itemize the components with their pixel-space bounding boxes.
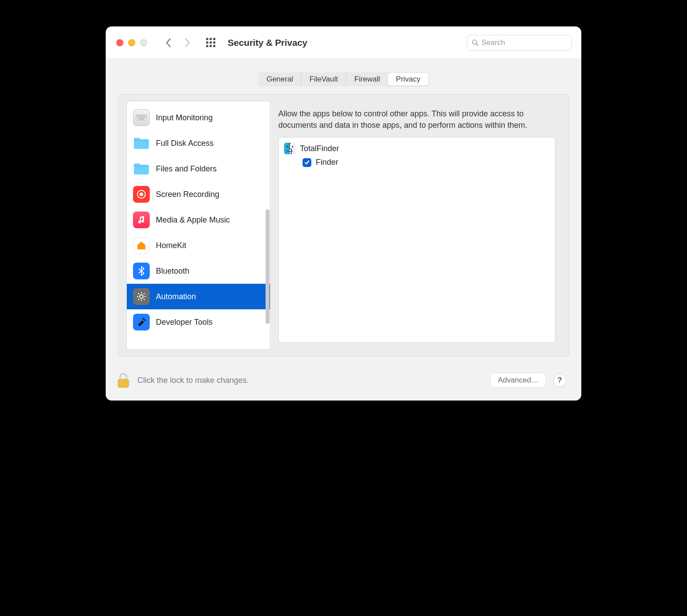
svg-rect-9	[142, 115, 143, 116]
window-title: Security & Privacy	[228, 37, 307, 48]
tab-firewall[interactable]: Firewall	[347, 73, 388, 85]
sidebar-item-accessibility[interactable]: Accessibility	[127, 101, 270, 105]
tab-general[interactable]: General	[259, 73, 301, 85]
app-name: TotalFinder	[300, 144, 339, 153]
svg-rect-8	[141, 115, 142, 116]
privacy-panel: Accessibility Input Monitoring	[118, 94, 569, 356]
svg-point-22	[140, 295, 143, 298]
search-input[interactable]	[481, 38, 567, 47]
svg-line-28	[144, 299, 144, 300]
tab-privacy[interactable]: Privacy	[388, 73, 428, 85]
bluetooth-icon	[133, 263, 150, 279]
advanced-button[interactable]: Advanced…	[490, 373, 546, 388]
folder-icon	[133, 135, 150, 152]
app-permission-list: TotalFinder Finder	[278, 137, 555, 343]
sidebar-item-files-and-folders[interactable]: Files and Folders	[127, 156, 270, 182]
sidebar-item-label: Media & Apple Music	[156, 215, 230, 225]
sidebar-item-label: Developer Tools	[156, 318, 213, 327]
forward-button	[184, 38, 190, 48]
permission-row[interactable]: Finder	[284, 156, 550, 169]
home-icon	[133, 237, 150, 254]
svg-rect-15	[141, 117, 142, 118]
tab-bar: General FileVault Firewall Privacy	[258, 72, 429, 86]
lock-text: Click the lock to make changes.	[137, 376, 249, 385]
detail-description: Allow the apps below to control other ap…	[278, 108, 555, 131]
sidebar-item-label: Screen Recording	[156, 190, 219, 199]
sidebar-item-label: HomeKit	[156, 241, 186, 250]
svg-rect-5	[137, 115, 138, 116]
svg-line-1	[476, 44, 478, 45]
zoom-window-button	[140, 39, 147, 46]
sidebar-item-bluetooth[interactable]: Bluetooth	[127, 258, 270, 284]
sidebar-item-label: Bluetooth	[156, 267, 189, 276]
gear-icon	[133, 288, 150, 305]
record-icon	[133, 186, 150, 203]
svg-line-27	[138, 293, 139, 294]
sidebar-item-input-monitoring[interactable]: Input Monitoring	[127, 105, 270, 130]
finder-icon	[284, 143, 295, 154]
scrollbar[interactable]	[266, 209, 270, 324]
keyboard-icon	[133, 109, 150, 126]
body: General FileVault Firewall Privacy Acces…	[106, 59, 581, 401]
sidebar-item-full-disk-access[interactable]: Full Disk Access	[127, 130, 270, 156]
svg-rect-19	[138, 119, 144, 119]
music-icon	[133, 212, 150, 228]
folder-icon	[133, 160, 150, 177]
svg-rect-18	[145, 117, 146, 118]
footer: Click the lock to make changes. Advanced…	[106, 356, 581, 389]
sidebar-item-screen-recording[interactable]: Screen Recording	[127, 182, 270, 207]
svg-point-34	[292, 146, 293, 148]
svg-rect-7	[140, 115, 140, 116]
svg-rect-16	[142, 117, 143, 118]
hammer-icon	[133, 314, 150, 330]
svg-rect-13	[138, 117, 139, 118]
svg-rect-14	[140, 117, 140, 118]
sidebar-item-label: Full Disk Access	[156, 139, 214, 148]
sidebar-item-homekit[interactable]: HomeKit	[127, 233, 270, 258]
sidebar-item-label: Files and Folders	[156, 164, 217, 174]
tab-filevault[interactable]: FileVault	[302, 73, 347, 85]
back-button[interactable]	[166, 38, 172, 48]
svg-rect-10	[144, 115, 144, 116]
svg-point-21	[140, 193, 143, 196]
svg-line-30	[144, 293, 144, 294]
svg-rect-12	[137, 117, 138, 118]
close-window-button[interactable]	[116, 39, 123, 46]
sidebar-item-automation[interactable]: Automation	[127, 284, 270, 309]
svg-point-33	[287, 146, 288, 148]
svg-rect-6	[138, 115, 139, 116]
category-list[interactable]: Accessibility Input Monitoring	[126, 101, 270, 350]
svg-rect-17	[144, 117, 144, 118]
detail-pane: Allow the apps below to control other ap…	[270, 95, 569, 356]
lock-icon[interactable]	[114, 371, 132, 389]
search-field[interactable]	[467, 35, 572, 51]
permission-label: Finder	[316, 158, 338, 167]
window-controls	[114, 39, 147, 46]
sidebar-item-label: Input Monitoring	[156, 113, 213, 122]
show-all-icon[interactable]	[206, 38, 215, 47]
preferences-window: Security & Privacy General FileVault Fir…	[106, 26, 581, 401]
search-icon	[472, 39, 479, 47]
permission-checkbox[interactable]	[303, 158, 311, 167]
sidebar-item-media-apple-music[interactable]: Media & Apple Music	[127, 207, 270, 233]
svg-rect-11	[145, 115, 146, 116]
app-row: TotalFinder	[284, 141, 550, 156]
titlebar: Security & Privacy	[106, 26, 581, 59]
sidebar-item-label: Automation	[156, 292, 196, 301]
svg-point-0	[473, 40, 477, 44]
sidebar-item-developer-tools[interactable]: Developer Tools	[127, 309, 270, 335]
help-button[interactable]: ?	[553, 374, 566, 387]
svg-line-29	[138, 299, 139, 300]
minimize-window-button[interactable]	[128, 39, 135, 46]
nav-buttons	[166, 38, 190, 48]
svg-rect-32	[290, 143, 295, 154]
